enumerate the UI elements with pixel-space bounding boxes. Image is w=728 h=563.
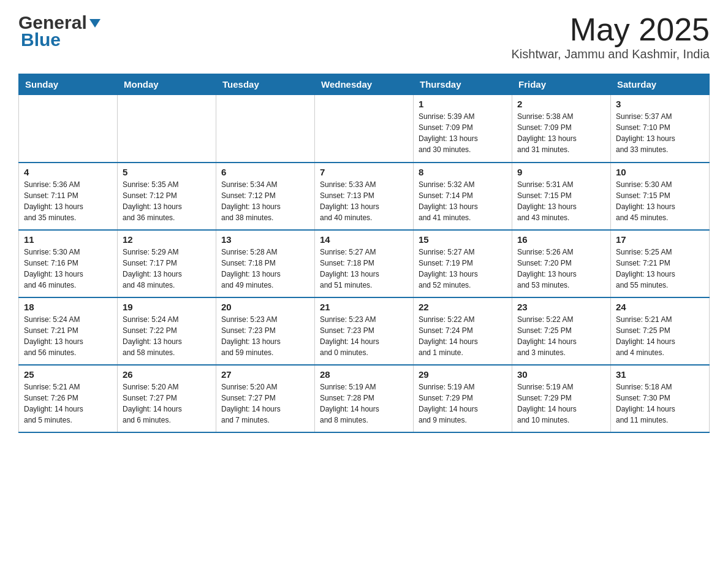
- day-number: 20: [221, 302, 309, 312]
- header-day-saturday: Saturday: [611, 74, 710, 95]
- calendar-cell: 4Sunrise: 5:36 AM Sunset: 7:11 PM Daylig…: [19, 163, 118, 230]
- page-header: General Blue May 2025 Kishtwar, Jammu an…: [18, 12, 710, 61]
- day-number: 12: [123, 234, 211, 245]
- day-number: 26: [123, 369, 211, 380]
- day-number: 10: [616, 167, 704, 177]
- calendar-header-row: SundayMondayTuesdayWednesdayThursdayFrid…: [19, 74, 710, 95]
- header-day-thursday: Thursday: [414, 74, 512, 95]
- day-info: Sunrise: 5:38 AM Sunset: 7:09 PM Dayligh…: [517, 111, 605, 155]
- day-number: 14: [320, 234, 408, 245]
- day-number: 28: [320, 369, 408, 380]
- calendar-cell: [216, 95, 315, 163]
- day-number: 29: [419, 369, 507, 380]
- calendar-subtitle: Kishtwar, Jammu and Kashmir, India: [512, 47, 710, 61]
- day-number: 11: [24, 234, 112, 245]
- calendar-cell: 7Sunrise: 5:33 AM Sunset: 7:13 PM Daylig…: [315, 163, 414, 230]
- day-number: 24: [616, 302, 704, 312]
- day-info: Sunrise: 5:22 AM Sunset: 7:24 PM Dayligh…: [419, 314, 507, 358]
- day-number: 16: [517, 234, 605, 245]
- day-number: 13: [221, 234, 309, 245]
- day-info: Sunrise: 5:21 AM Sunset: 7:25 PM Dayligh…: [616, 314, 704, 358]
- day-info: Sunrise: 5:20 AM Sunset: 7:27 PM Dayligh…: [221, 381, 309, 426]
- calendar-week-row: 1Sunrise: 5:39 AM Sunset: 7:09 PM Daylig…: [19, 95, 710, 163]
- calendar-cell: 11Sunrise: 5:30 AM Sunset: 7:16 PM Dayli…: [19, 230, 118, 297]
- header-day-friday: Friday: [512, 74, 611, 95]
- calendar-cell: 20Sunrise: 5:23 AM Sunset: 7:23 PM Dayli…: [216, 297, 315, 365]
- calendar-cell: 2Sunrise: 5:38 AM Sunset: 7:09 PM Daylig…: [512, 95, 611, 163]
- calendar-cell: 1Sunrise: 5:39 AM Sunset: 7:09 PM Daylig…: [414, 95, 512, 163]
- calendar-cell: 3Sunrise: 5:37 AM Sunset: 7:10 PM Daylig…: [611, 95, 710, 163]
- day-info: Sunrise: 5:27 AM Sunset: 7:19 PM Dayligh…: [419, 247, 507, 291]
- day-number: 4: [24, 167, 112, 177]
- calendar-cell: 15Sunrise: 5:27 AM Sunset: 7:19 PM Dayli…: [414, 230, 512, 297]
- day-info: Sunrise: 5:32 AM Sunset: 7:14 PM Dayligh…: [419, 179, 507, 223]
- day-number: 30: [517, 369, 605, 380]
- calendar-cell: 5Sunrise: 5:35 AM Sunset: 7:12 PM Daylig…: [118, 163, 216, 230]
- day-number: 7: [320, 167, 408, 177]
- day-info: Sunrise: 5:21 AM Sunset: 7:26 PM Dayligh…: [24, 381, 112, 426]
- day-info: Sunrise: 5:20 AM Sunset: 7:27 PM Dayligh…: [123, 381, 211, 426]
- calendar-cell: 9Sunrise: 5:31 AM Sunset: 7:15 PM Daylig…: [512, 163, 611, 230]
- calendar-cell: 31Sunrise: 5:18 AM Sunset: 7:30 PM Dayli…: [611, 365, 710, 432]
- header-day-wednesday: Wednesday: [315, 74, 414, 95]
- calendar-cell: 22Sunrise: 5:22 AM Sunset: 7:24 PM Dayli…: [414, 297, 512, 365]
- day-info: Sunrise: 5:31 AM Sunset: 7:15 PM Dayligh…: [517, 179, 605, 223]
- day-info: Sunrise: 5:30 AM Sunset: 7:16 PM Dayligh…: [24, 247, 112, 291]
- day-number: 18: [24, 302, 112, 312]
- day-info: Sunrise: 5:36 AM Sunset: 7:11 PM Dayligh…: [24, 179, 112, 223]
- calendar-table: SundayMondayTuesdayWednesdayThursdayFrid…: [18, 74, 710, 433]
- calendar-cell: 25Sunrise: 5:21 AM Sunset: 7:26 PM Dayli…: [19, 365, 118, 432]
- day-info: Sunrise: 5:25 AM Sunset: 7:21 PM Dayligh…: [616, 247, 704, 291]
- day-info: Sunrise: 5:39 AM Sunset: 7:09 PM Dayligh…: [419, 111, 507, 155]
- day-number: 3: [616, 99, 704, 109]
- calendar-cell: 30Sunrise: 5:19 AM Sunset: 7:29 PM Dayli…: [512, 365, 611, 432]
- day-info: Sunrise: 5:22 AM Sunset: 7:25 PM Dayligh…: [517, 314, 605, 358]
- calendar-week-row: 11Sunrise: 5:30 AM Sunset: 7:16 PM Dayli…: [19, 230, 710, 297]
- day-info: Sunrise: 5:19 AM Sunset: 7:29 PM Dayligh…: [419, 381, 507, 426]
- calendar-cell: 18Sunrise: 5:24 AM Sunset: 7:21 PM Dayli…: [19, 297, 118, 365]
- day-info: Sunrise: 5:19 AM Sunset: 7:28 PM Dayligh…: [320, 381, 408, 426]
- day-info: Sunrise: 5:23 AM Sunset: 7:23 PM Dayligh…: [320, 314, 408, 358]
- calendar-cell: 8Sunrise: 5:32 AM Sunset: 7:14 PM Daylig…: [414, 163, 512, 230]
- day-number: 6: [221, 167, 309, 177]
- calendar-cell: 17Sunrise: 5:25 AM Sunset: 7:21 PM Dayli…: [611, 230, 710, 297]
- header-day-monday: Monday: [118, 74, 216, 95]
- day-info: Sunrise: 5:19 AM Sunset: 7:29 PM Dayligh…: [517, 381, 605, 426]
- calendar-cell: 12Sunrise: 5:29 AM Sunset: 7:17 PM Dayli…: [118, 230, 216, 297]
- calendar-cell: 26Sunrise: 5:20 AM Sunset: 7:27 PM Dayli…: [118, 365, 216, 432]
- calendar-cell: 13Sunrise: 5:28 AM Sunset: 7:18 PM Dayli…: [216, 230, 315, 297]
- day-number: 27: [221, 369, 309, 380]
- calendar-cell: 27Sunrise: 5:20 AM Sunset: 7:27 PM Dayli…: [216, 365, 315, 432]
- calendar-week-row: 18Sunrise: 5:24 AM Sunset: 7:21 PM Dayli…: [19, 297, 710, 365]
- day-number: 17: [616, 234, 704, 245]
- calendar-cell: 16Sunrise: 5:26 AM Sunset: 7:20 PM Dayli…: [512, 230, 611, 297]
- day-info: Sunrise: 5:33 AM Sunset: 7:13 PM Dayligh…: [320, 179, 408, 223]
- day-info: Sunrise: 5:37 AM Sunset: 7:10 PM Dayligh…: [616, 111, 704, 155]
- calendar-week-row: 25Sunrise: 5:21 AM Sunset: 7:26 PM Dayli…: [19, 365, 710, 432]
- svg-marker-0: [89, 19, 100, 28]
- calendar-cell: 29Sunrise: 5:19 AM Sunset: 7:29 PM Dayli…: [414, 365, 512, 432]
- calendar-cell: 21Sunrise: 5:23 AM Sunset: 7:23 PM Dayli…: [315, 297, 414, 365]
- day-number: 19: [123, 302, 211, 312]
- logo-triangle-icon: [88, 17, 102, 30]
- day-number: 23: [517, 302, 605, 312]
- calendar-cell: [118, 95, 216, 163]
- calendar-cell: [315, 95, 414, 163]
- day-number: 25: [24, 369, 112, 380]
- calendar-title: May 2025: [512, 12, 710, 47]
- day-number: 8: [419, 167, 507, 177]
- calendar-cell: 6Sunrise: 5:34 AM Sunset: 7:12 PM Daylig…: [216, 163, 315, 230]
- calendar-cell: 23Sunrise: 5:22 AM Sunset: 7:25 PM Dayli…: [512, 297, 611, 365]
- logo: General Blue: [18, 12, 102, 50]
- header-day-tuesday: Tuesday: [216, 74, 315, 95]
- day-info: Sunrise: 5:28 AM Sunset: 7:18 PM Dayligh…: [221, 247, 309, 291]
- calendar-cell: 24Sunrise: 5:21 AM Sunset: 7:25 PM Dayli…: [611, 297, 710, 365]
- day-info: Sunrise: 5:34 AM Sunset: 7:12 PM Dayligh…: [221, 179, 309, 223]
- day-number: 21: [320, 302, 408, 312]
- title-block: May 2025 Kishtwar, Jammu and Kashmir, In…: [512, 12, 710, 61]
- header-day-sunday: Sunday: [19, 74, 118, 95]
- calendar-cell: 28Sunrise: 5:19 AM Sunset: 7:28 PM Dayli…: [315, 365, 414, 432]
- day-info: Sunrise: 5:30 AM Sunset: 7:15 PM Dayligh…: [616, 179, 704, 223]
- day-number: 31: [616, 369, 704, 380]
- day-info: Sunrise: 5:27 AM Sunset: 7:18 PM Dayligh…: [320, 247, 408, 291]
